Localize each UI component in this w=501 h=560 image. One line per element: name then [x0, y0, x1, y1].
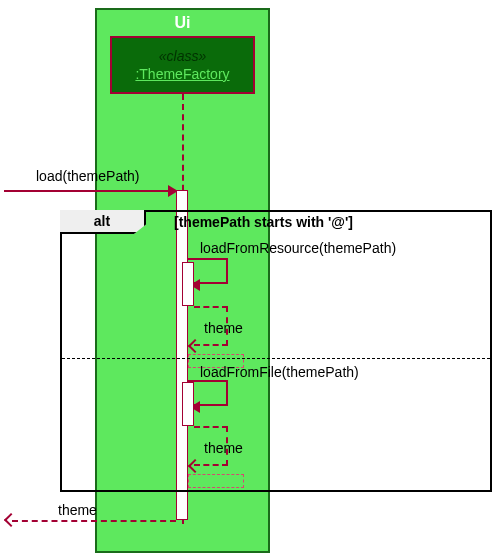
alt-fragment-divider: [62, 358, 490, 359]
msg-loadfromresource-label: loadFromResource(themePath): [200, 240, 396, 256]
msg-theme-final-label: theme: [58, 502, 97, 518]
msg-theme-final-arrow: [12, 520, 176, 522]
alt-fragment-guard: [themePath starts with '@']: [174, 214, 353, 230]
participant-ui-title: Ui: [97, 10, 268, 32]
msg-load-arrow: [4, 190, 170, 192]
msg-theme-final-arrowhead: [4, 513, 18, 527]
return-box-2: [188, 474, 244, 488]
selfreturn-1-path: [194, 306, 228, 346]
sequence-diagram: Ui «class» :ThemeFactory load(themePath)…: [0, 0, 501, 560]
msg-loadfromfile-label: loadFromFile(themePath): [200, 364, 359, 380]
alt-fragment-label: alt: [60, 210, 146, 234]
themefactory-class-box: «class» :ThemeFactory: [110, 36, 255, 94]
activation-sub-1: [182, 262, 194, 306]
msg-load-label: load(themePath): [36, 168, 140, 184]
class-name: :ThemeFactory: [135, 65, 229, 83]
activation-sub-2: [182, 382, 194, 426]
selfreturn-2-path: [194, 426, 228, 466]
class-stereotype: «class»: [159, 47, 206, 65]
